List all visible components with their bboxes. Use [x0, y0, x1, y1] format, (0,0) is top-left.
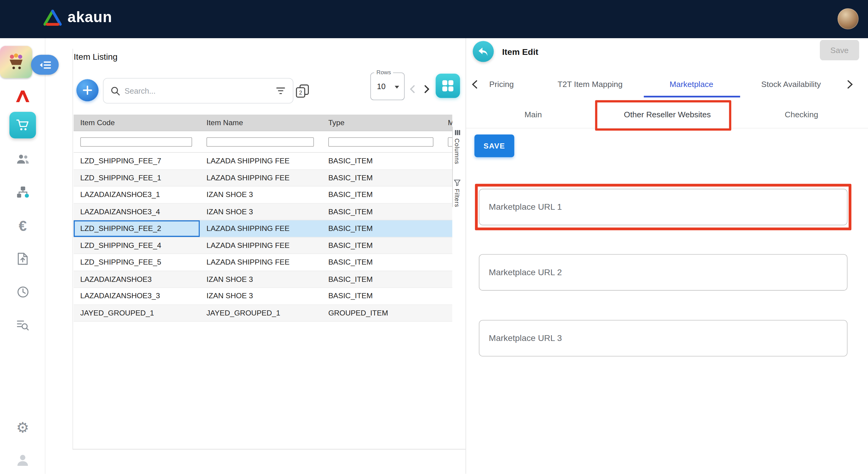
- cell-type: BASIC_ITEM: [321, 203, 441, 220]
- table-row[interactable]: LZD_SHIPPING_FEE_4 LAZADA SHIPPING FEE B…: [74, 237, 452, 254]
- brand[interactable]: akaun: [43, 9, 112, 26]
- cell-item-name: LAZADA SHIPPING FEE: [200, 170, 321, 186]
- next-page-button[interactable]: [424, 85, 430, 95]
- table-row-selected[interactable]: LZD_SHIPPING_FEE_2 LAZADA SHIPPING FEE B…: [74, 220, 452, 237]
- item-edit-panel: Item Edit Save Pricing T2T Item Mapping …: [466, 38, 868, 474]
- rows-label: Rows: [374, 68, 393, 75]
- col-header-type[interactable]: Type: [321, 115, 441, 131]
- file-upload-icon: [17, 252, 29, 265]
- duplicate-pages-button[interactable]: 2: [296, 84, 309, 100]
- marketplace-url-3-input[interactable]: [479, 320, 847, 357]
- table-row[interactable]: LZD_SHIPPING_FEE_7 LAZADA SHIPPING FEE B…: [74, 153, 452, 170]
- cell-item-name: IZAN SHOE 3: [200, 203, 321, 220]
- edit-tab-bar: Pricing T2T Item Mapping Marketplace Sto…: [466, 71, 868, 98]
- marketplace-url-2-field: [479, 254, 847, 291]
- back-arrow-icon: [478, 47, 489, 56]
- save-button-disabled[interactable]: Save: [820, 40, 859, 61]
- subtab-other-reseller-websites[interactable]: Other Reseller Websites: [600, 101, 735, 128]
- cell-type: BASIC_ITEM: [321, 271, 441, 287]
- edit-subtab-bar: Main Other Reseller Websites Checking: [466, 101, 868, 128]
- history-clock-icon: [17, 285, 29, 298]
- tabs-scroll-left-button[interactable]: [472, 80, 478, 91]
- rows-per-page-select[interactable]: Rows 10: [370, 72, 405, 100]
- table-row[interactable]: LAZADAIZANSHOE3_3 IZAN SHOE 3 BASIC_ITEM: [74, 288, 452, 305]
- analytics-module-button[interactable]: [0, 184, 45, 200]
- cell-item-name: LAZADA SHIPPING FEE: [200, 153, 321, 169]
- contacts-module-button[interactable]: [0, 151, 45, 167]
- chevron-right-icon: [847, 80, 853, 89]
- app-thumbnail-image[interactable]: [0, 46, 32, 78]
- save-button[interactable]: SAVE: [474, 134, 514, 157]
- search-list-icon: [17, 319, 29, 330]
- filters-panel-toggle[interactable]: Filters: [453, 177, 462, 207]
- edit-panel-title: Item Edit: [502, 47, 538, 57]
- user-avatar[interactable]: [838, 8, 859, 29]
- copy-pages-icon: 2: [296, 84, 309, 98]
- marketplace-url-2-input[interactable]: [479, 254, 847, 291]
- cell-item-code: LAZADAIZANSHOE3_4: [74, 203, 200, 220]
- audit-search-button[interactable]: [0, 317, 45, 333]
- top-navbar: akaun: [0, 0, 868, 38]
- cell-type: BASIC_ITEM: [321, 237, 441, 254]
- table-row[interactable]: LAZADAIZANSHOE3 IZAN SHOE 3 BASIC_ITEM: [74, 271, 452, 288]
- table-row[interactable]: LAZADAIZANSHOE3_4 IZAN SHOE 3 BASIC_ITEM: [74, 203, 452, 220]
- table-row[interactable]: LZD_SHIPPING_FEE_5 LAZADA SHIPPING FEE B…: [74, 254, 452, 271]
- file-upload-button[interactable]: [0, 251, 45, 266]
- marketplace-url-1-input[interactable]: [479, 189, 847, 225]
- grid-icon: [442, 80, 454, 92]
- table-row[interactable]: JAYED_GROUPED_1 JAYED_GROUPED_1 GROUPED_…: [74, 305, 452, 322]
- filters-label: Filters: [454, 189, 461, 207]
- back-button[interactable]: [473, 41, 494, 62]
- cell-type: BASIC_ITEM: [321, 187, 441, 203]
- table-row[interactable]: LZD_SHIPPING_FEE_1 LAZADA SHIPPING FEE B…: [74, 170, 452, 187]
- pos-module-button[interactable]: [0, 112, 45, 138]
- search-input[interactable]: [125, 86, 271, 95]
- subtab-checking[interactable]: Checking: [734, 101, 868, 128]
- cell-type: GROUPED_ITEM: [321, 305, 441, 321]
- euro-icon: €: [19, 218, 27, 234]
- tab-pricing[interactable]: Pricing: [489, 71, 514, 98]
- flower-basket-icon: [6, 53, 26, 71]
- table-row[interactable]: LAZADAIZANSHOE3_1 IZAN SHOE 3 BASIC_ITEM: [74, 187, 452, 204]
- cell-item-name: LAZADA SHIPPING FEE: [200, 220, 321, 237]
- brand-name: akaun: [68, 9, 112, 26]
- red-a-glyph-icon: [16, 90, 30, 103]
- gear-icon: ⚙: [17, 419, 29, 436]
- tab-marketplace[interactable]: Marketplace: [670, 71, 713, 98]
- filter-input-clipped[interactable]: [448, 137, 453, 147]
- sidebar-toggle-button[interactable]: [31, 55, 59, 75]
- filter-list-icon[interactable]: [276, 87, 286, 95]
- item-listing-panel: Item Listing 2: [45, 38, 466, 474]
- grid-view-button[interactable]: [435, 74, 460, 98]
- subtab-main[interactable]: Main: [466, 101, 600, 128]
- profile-button[interactable]: [0, 452, 45, 468]
- col-header-item-code[interactable]: Item Code: [74, 115, 200, 131]
- tab-t2t-item-mapping[interactable]: T2T Item Mapping: [558, 71, 622, 98]
- previous-page-button[interactable]: [410, 85, 415, 95]
- filter-input-type[interactable]: [328, 137, 433, 147]
- cell-type: BASIC_ITEM: [321, 170, 441, 186]
- tabs-scroll-right-button[interactable]: [847, 80, 853, 91]
- finance-module-button[interactable]: €: [0, 218, 45, 234]
- tab-stock-availability[interactable]: Stock Availability: [761, 71, 821, 98]
- table-filter-row: [74, 131, 452, 153]
- history-button[interactable]: [0, 284, 45, 299]
- filter-input-item-code[interactable]: [80, 137, 192, 147]
- col-header-item-name[interactable]: Item Name: [200, 115, 321, 131]
- settings-button[interactable]: ⚙: [0, 419, 45, 436]
- red-app-icon[interactable]: [0, 88, 45, 104]
- cell-item-code: LZD_SHIPPING_FEE_1: [74, 170, 200, 186]
- col-header-clipped[interactable]: M: [441, 115, 453, 131]
- akaun-logo-icon: [43, 9, 62, 26]
- cell-type: BASIC_ITEM: [321, 288, 441, 304]
- columns-panel-toggle[interactable]: Columns: [453, 127, 462, 164]
- cell-item-name: LAZADA SHIPPING FEE: [200, 254, 321, 270]
- chevron-right-icon: [424, 85, 430, 93]
- page-title: Item Listing: [74, 52, 118, 62]
- add-item-button[interactable]: [76, 79, 98, 101]
- shopping-cart-icon: [16, 119, 29, 131]
- cell-item-name: IZAN SHOE 3: [200, 288, 321, 304]
- org-chart-icon: [17, 186, 29, 198]
- cell-item-code: LAZADAIZANSHOE3_1: [74, 187, 200, 203]
- filter-input-item-name[interactable]: [207, 137, 314, 147]
